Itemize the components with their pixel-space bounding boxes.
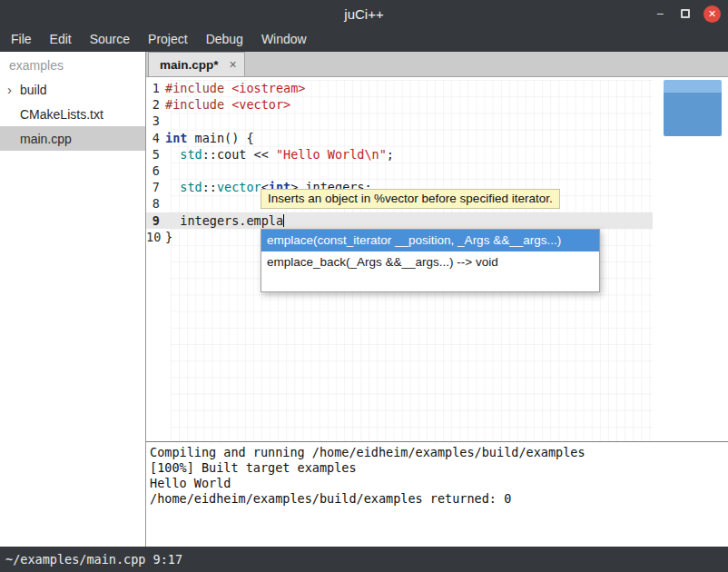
code-line-1[interactable]: 1#include <iostream> — [146, 80, 653, 96]
autocomplete-item-1[interactable]: emplace(const_iterator __position, _Args… — [261, 230, 599, 251]
app-window: juCi++ − ✕ FileEditSourceProjectDebugWin… — [0, 0, 728, 572]
menu-item-debug[interactable]: Debug — [197, 27, 252, 52]
tree-item-label: build — [20, 83, 47, 97]
menu-item-edit[interactable]: Edit — [41, 27, 81, 52]
line-number: 1 — [146, 80, 165, 96]
token-plain: :: — [202, 180, 217, 194]
token-string: <iostream> — [231, 81, 305, 95]
token-string: <vector> — [231, 97, 290, 112]
code-line-6[interactable]: 6 — [146, 163, 653, 179]
code-lines: 1#include <iostream>2#include <vector>34… — [146, 80, 728, 245]
tab-close-icon[interactable]: × — [230, 58, 237, 71]
token-preproc: #include — [165, 81, 224, 95]
project-name: examples — [0, 52, 145, 77]
code-line-4[interactable]: 4int main() { — [146, 130, 653, 146]
token-plain: } — [165, 230, 172, 244]
autocomplete-popup: emplace(const_iterator __position, _Args… — [261, 229, 600, 292]
completion-doc-tooltip: Inserts an object in %vector before spec… — [261, 189, 560, 209]
token-plain — [224, 81, 231, 95]
code-line-9[interactable]: 9 integers.empla — [146, 212, 653, 229]
output-line-4: /home/eidheim/examples/build/examples re… — [150, 491, 728, 507]
file-tree: ›buildCMakeLists.txtmain.cpp — [0, 77, 145, 151]
token-plain — [165, 147, 180, 162]
line-text: #include <vector> — [165, 96, 290, 113]
line-number: 3 — [146, 113, 165, 129]
line-number: 5 — [146, 146, 165, 163]
tree-item-label: CMakeLists.txt — [20, 107, 103, 122]
line-number: 4 — [146, 130, 165, 146]
menu-bar: FileEditSourceProjectDebugWindow — [0, 27, 728, 52]
tab-main-cpp[interactable]: main.cpp* × — [148, 52, 245, 76]
line-number: 9 — [146, 212, 165, 229]
tree-item-label: main.cpp — [20, 132, 72, 146]
file-tree-sidebar: examples ›buildCMakeLists.txtmain.cpp — [0, 52, 146, 547]
line-number: 6 — [146, 163, 165, 179]
menu-item-project[interactable]: Project — [139, 27, 197, 52]
token-type: std — [180, 180, 202, 194]
token-plain: integers.empla — [165, 213, 283, 228]
line-number: 10 — [146, 229, 165, 245]
tree-item-build[interactable]: ›build — [0, 77, 145, 102]
tab-bar: main.cpp* × — [146, 52, 728, 77]
title-bar[interactable]: juCi++ − ✕ — [0, 0, 728, 27]
code-line-3[interactable]: 3 — [146, 113, 653, 129]
token-plain — [224, 97, 231, 112]
window-controls: − ✕ — [653, 0, 721, 27]
status-bar: ~/examples/main.cpp 9:17 — [0, 547, 728, 572]
token-type: vector — [217, 180, 261, 194]
token-plain: main() { — [187, 131, 253, 145]
main-area: examples ›buildCMakeLists.txtmain.cpp ma… — [0, 52, 728, 547]
output-line-2: [100%] Built target examples — [150, 460, 728, 476]
maximize-icon[interactable] — [681, 9, 690, 18]
token-string: "Hello World\n" — [276, 147, 387, 162]
output-line-3: Hello World — [150, 476, 728, 491]
token-preproc: #include — [165, 97, 224, 112]
line-text: std::cout << "Hello World\n"; — [165, 146, 394, 163]
line-text: int main() { — [165, 130, 254, 146]
line-text: } — [165, 229, 172, 245]
tab-label: main.cpp* — [160, 58, 219, 72]
token-plain: ; — [387, 147, 394, 162]
close-icon[interactable]: ✕ — [703, 5, 721, 23]
window-title: juCi++ — [344, 6, 383, 22]
token-type: std — [180, 147, 202, 162]
token-plain: ::cout << — [202, 147, 276, 162]
output-line-1: Compiling and running /home/eidheim/exam… — [150, 445, 728, 460]
expander-icon[interactable]: › — [7, 84, 20, 96]
tree-item-cmakelists-txt[interactable]: CMakeLists.txt — [0, 102, 145, 126]
code-line-5[interactable]: 5 std::cout << "Hello World\n"; — [146, 146, 653, 163]
build-output-panel[interactable]: Compiling and running /home/eidheim/exam… — [146, 441, 728, 547]
line-number: 7 — [146, 179, 165, 195]
menu-item-window[interactable]: Window — [252, 27, 316, 52]
token-keyword: int — [165, 131, 187, 145]
editor-scrollbar[interactable] — [664, 80, 722, 136]
line-text: integers.empla — [165, 212, 284, 229]
line-number: 8 — [146, 195, 165, 212]
menu-item-file[interactable]: File — [2, 27, 41, 52]
tree-item-main-cpp[interactable]: main.cpp — [0, 126, 145, 151]
code-line-2[interactable]: 2#include <vector> — [146, 96, 653, 113]
menu-item-source[interactable]: Source — [81, 27, 139, 52]
line-text: #include <iostream> — [165, 80, 305, 96]
code-editor[interactable]: 1#include <iostream>2#include <vector>34… — [146, 77, 728, 441]
line-number: 2 — [146, 96, 165, 113]
editor-pane: main.cpp* × 1#include <iostream>2#includ… — [146, 52, 728, 547]
minimize-icon[interactable]: − — [653, 6, 667, 21]
token-plain — [165, 180, 180, 194]
text-cursor — [283, 214, 284, 227]
autocomplete-item-2[interactable]: emplace_back(_Args &&__args...) --> void — [261, 251, 599, 273]
